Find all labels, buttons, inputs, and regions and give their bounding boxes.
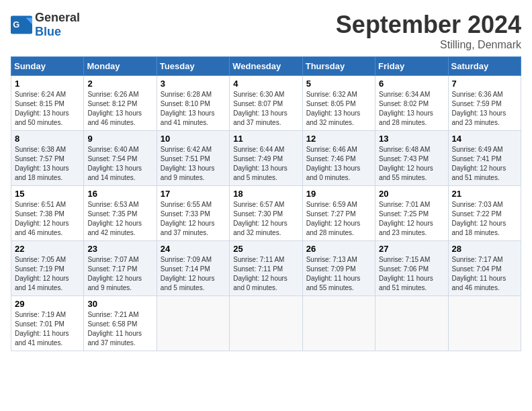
- day-number: 24: [161, 244, 226, 254]
- day-number: 6: [379, 79, 444, 89]
- table-row: 25 Sunrise: 7:11 AMSunset: 7:11 PMDaylig…: [230, 241, 302, 296]
- day-number: 12: [306, 134, 371, 144]
- day-number: 27: [379, 244, 444, 254]
- logo: G General Blue: [11, 11, 80, 39]
- table-row: 3 Sunrise: 6:28 AMSunset: 8:10 PMDayligh…: [157, 76, 229, 131]
- table-row: 6 Sunrise: 6:34 AMSunset: 8:02 PMDayligh…: [375, 76, 448, 131]
- table-row: 10 Sunrise: 6:42 AMSunset: 7:51 PMDaylig…: [157, 131, 229, 186]
- day-number: 28: [452, 244, 517, 254]
- table-row: 19 Sunrise: 6:59 AMSunset: 7:27 PMDaylig…: [302, 186, 375, 241]
- day-number: 14: [452, 134, 517, 144]
- day-info: Sunrise: 6:46 AMSunset: 7:46 PMDaylight:…: [306, 145, 371, 183]
- table-row: [230, 296, 302, 351]
- table-row: 26 Sunrise: 7:13 AMSunset: 7:09 PMDaylig…: [302, 241, 375, 296]
- day-info: Sunrise: 6:26 AMSunset: 8:12 PMDaylight:…: [87, 90, 152, 128]
- table-row: [302, 296, 375, 351]
- day-info: Sunrise: 6:44 AMSunset: 7:49 PMDaylight:…: [233, 145, 298, 183]
- day-number: 19: [306, 189, 371, 199]
- day-number: 4: [233, 79, 298, 89]
- col-tuesday: Tuesday: [157, 57, 229, 76]
- day-info: Sunrise: 7:11 AMSunset: 7:11 PMDaylight:…: [233, 255, 298, 293]
- table-row: 22 Sunrise: 7:05 AMSunset: 7:19 PMDaylig…: [11, 241, 84, 296]
- day-number: 1: [15, 79, 80, 89]
- day-info: Sunrise: 7:09 AMSunset: 7:14 PMDaylight:…: [161, 255, 226, 293]
- col-saturday: Saturday: [448, 57, 521, 76]
- day-number: 15: [15, 189, 80, 199]
- day-number: 23: [87, 244, 152, 254]
- table-row: [448, 296, 521, 351]
- day-info: Sunrise: 7:03 AMSunset: 7:22 PMDaylight:…: [452, 200, 517, 238]
- day-info: Sunrise: 6:57 AMSunset: 7:30 PMDaylight:…: [233, 200, 298, 238]
- table-row: 18 Sunrise: 6:57 AMSunset: 7:30 PMDaylig…: [230, 186, 302, 241]
- table-row: 8 Sunrise: 6:38 AMSunset: 7:57 PMDayligh…: [11, 131, 84, 186]
- table-row: 12 Sunrise: 6:46 AMSunset: 7:46 PMDaylig…: [302, 131, 375, 186]
- logo-general: General: [35, 11, 80, 24]
- calendar-week-row: 8 Sunrise: 6:38 AMSunset: 7:57 PMDayligh…: [11, 131, 521, 186]
- day-info: Sunrise: 6:30 AMSunset: 8:07 PMDaylight:…: [233, 90, 298, 128]
- day-number: 29: [15, 299, 80, 309]
- logo-text: General Blue: [35, 11, 80, 39]
- day-info: Sunrise: 6:42 AMSunset: 7:51 PMDaylight:…: [161, 145, 226, 183]
- day-number: 8: [15, 134, 80, 144]
- col-thursday: Thursday: [302, 57, 375, 76]
- logo-icon: G: [11, 15, 32, 34]
- day-number: 13: [379, 134, 444, 144]
- table-row: 13 Sunrise: 6:48 AMSunset: 7:43 PMDaylig…: [375, 131, 448, 186]
- table-row: 28 Sunrise: 7:17 AMSunset: 7:04 PMDaylig…: [448, 241, 521, 296]
- day-number: 2: [87, 79, 152, 89]
- table-row: 24 Sunrise: 7:09 AMSunset: 7:14 PMDaylig…: [157, 241, 229, 296]
- day-number: 5: [306, 79, 371, 89]
- day-number: 11: [233, 134, 298, 144]
- day-info: Sunrise: 7:07 AMSunset: 7:17 PMDaylight:…: [87, 255, 152, 293]
- table-row: 15 Sunrise: 6:51 AMSunset: 7:38 PMDaylig…: [11, 186, 84, 241]
- day-info: Sunrise: 6:40 AMSunset: 7:54 PMDaylight:…: [87, 145, 152, 183]
- day-info: Sunrise: 6:38 AMSunset: 7:57 PMDaylight:…: [15, 145, 80, 183]
- day-info: Sunrise: 6:49 AMSunset: 7:41 PMDaylight:…: [452, 145, 517, 183]
- table-row: 9 Sunrise: 6:40 AMSunset: 7:54 PMDayligh…: [84, 131, 157, 186]
- day-info: Sunrise: 6:36 AMSunset: 7:59 PMDaylight:…: [452, 90, 517, 128]
- day-number: 7: [452, 79, 517, 89]
- table-row: 27 Sunrise: 7:15 AMSunset: 7:06 PMDaylig…: [375, 241, 448, 296]
- day-number: 30: [87, 299, 152, 309]
- day-number: 20: [379, 189, 444, 199]
- day-number: 18: [233, 189, 298, 199]
- day-number: 22: [15, 244, 80, 254]
- day-info: Sunrise: 7:17 AMSunset: 7:04 PMDaylight:…: [452, 255, 517, 293]
- logo-blue: Blue: [35, 25, 61, 38]
- svg-text:G: G: [13, 19, 19, 30]
- table-row: 23 Sunrise: 7:07 AMSunset: 7:17 PMDaylig…: [84, 241, 157, 296]
- table-row: 21 Sunrise: 7:03 AMSunset: 7:22 PMDaylig…: [448, 186, 521, 241]
- table-row: 1 Sunrise: 6:24 AMSunset: 8:15 PMDayligh…: [11, 76, 84, 131]
- table-row: 14 Sunrise: 6:49 AMSunset: 7:41 PMDaylig…: [448, 131, 521, 186]
- calendar-table: Sunday Monday Tuesday Wednesday Thursday…: [11, 56, 521, 351]
- table-row: 4 Sunrise: 6:30 AMSunset: 8:07 PMDayligh…: [230, 76, 302, 131]
- page-header: G General Blue September 2024 Stilling, …: [11, 11, 521, 51]
- table-row: 29 Sunrise: 7:19 AMSunset: 7:01 PMDaylig…: [11, 296, 84, 351]
- title-area: September 2024 Stilling, Denmark: [336, 11, 521, 51]
- calendar-week-row: 29 Sunrise: 7:19 AMSunset: 7:01 PMDaylig…: [11, 296, 521, 351]
- day-info: Sunrise: 6:51 AMSunset: 7:38 PMDaylight:…: [15, 200, 80, 238]
- day-number: 3: [161, 79, 226, 89]
- day-info: Sunrise: 7:19 AMSunset: 7:01 PMDaylight:…: [15, 310, 80, 348]
- table-row: 20 Sunrise: 7:01 AMSunset: 7:25 PMDaylig…: [375, 186, 448, 241]
- col-sunday: Sunday: [11, 57, 84, 76]
- day-info: Sunrise: 7:13 AMSunset: 7:09 PMDaylight:…: [306, 255, 371, 293]
- calendar-week-row: 15 Sunrise: 6:51 AMSunset: 7:38 PMDaylig…: [11, 186, 521, 241]
- day-number: 25: [233, 244, 298, 254]
- table-row: 7 Sunrise: 6:36 AMSunset: 7:59 PMDayligh…: [448, 76, 521, 131]
- table-row: [375, 296, 448, 351]
- month-title: September 2024: [336, 11, 521, 39]
- table-row: [157, 296, 229, 351]
- day-info: Sunrise: 6:34 AMSunset: 8:02 PMDaylight:…: [379, 90, 444, 128]
- table-row: 17 Sunrise: 6:55 AMSunset: 7:33 PMDaylig…: [157, 186, 229, 241]
- table-row: 5 Sunrise: 6:32 AMSunset: 8:05 PMDayligh…: [302, 76, 375, 131]
- day-info: Sunrise: 7:21 AMSunset: 6:58 PMDaylight:…: [87, 310, 152, 348]
- day-info: Sunrise: 7:01 AMSunset: 7:25 PMDaylight:…: [379, 200, 444, 238]
- table-row: 30 Sunrise: 7:21 AMSunset: 6:58 PMDaylig…: [84, 296, 157, 351]
- table-row: 11 Sunrise: 6:44 AMSunset: 7:49 PMDaylig…: [230, 131, 302, 186]
- day-number: 10: [161, 134, 226, 144]
- day-info: Sunrise: 6:24 AMSunset: 8:15 PMDaylight:…: [15, 90, 80, 128]
- day-info: Sunrise: 6:48 AMSunset: 7:43 PMDaylight:…: [379, 145, 444, 183]
- col-monday: Monday: [84, 57, 157, 76]
- day-number: 16: [87, 189, 152, 199]
